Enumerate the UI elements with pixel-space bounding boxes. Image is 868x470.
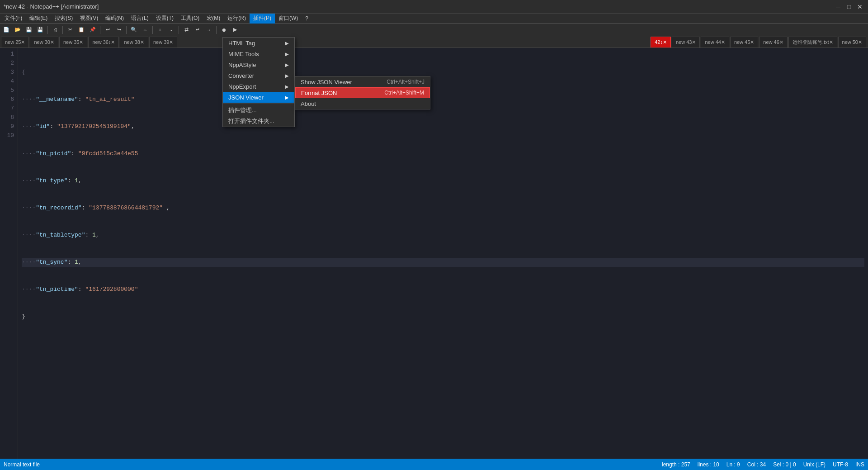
toolbar-save-all[interactable]: 💾 <box>35 25 46 35</box>
line-num-1: 1 <box>0 50 14 59</box>
code-line-5: ····"tn_type": 1, <box>22 176 864 185</box>
toolbar-sep-7 <box>216 26 217 34</box>
menu-file[interactable]: 文件(F) <box>1 14 26 24</box>
toolbar-open[interactable]: 📂 <box>12 25 23 35</box>
menu-tools[interactable]: 工具(O) <box>177 14 203 24</box>
line-numbers: 1 2 3 4 5 6 7 8 9 10 <box>0 48 18 459</box>
arrow-icon: ▶ <box>285 52 289 57</box>
close-button[interactable]: ✕ <box>855 2 864 11</box>
tab-label: new 36↕✕ <box>92 39 115 45</box>
toolbar-copy[interactable]: 📋 <box>76 25 87 35</box>
maximize-button[interactable]: □ <box>844 2 854 11</box>
title-text: *new 42 - Notepad++ [Administrator] <box>4 3 99 10</box>
line-num-9: 9 <box>0 122 14 131</box>
code-line-1: { <box>22 68 864 77</box>
menu-help[interactable]: ? <box>302 14 312 24</box>
toolbar-sep-3 <box>100 26 100 34</box>
toolbar-replace[interactable]: ↔ <box>140 25 151 35</box>
arrow-icon: ▶ <box>285 62 289 67</box>
tab-new36[interactable]: new 36↕✕ <box>88 37 119 47</box>
code-line-3: ····"id": "137792170254519910​4", <box>22 122 864 131</box>
tab-new39[interactable]: new 39✕ <box>149 37 177 47</box>
toolbar-redo[interactable]: ↪ <box>113 25 124 35</box>
json-viewer-show[interactable]: Show JSON Viewer Ctrl+Alt+Shift+J <box>295 76 430 87</box>
line-num-5: 5 <box>0 86 14 95</box>
menu-run[interactable]: 运行(R) <box>224 14 250 24</box>
toolbar-word-wrap[interactable]: ↵ <box>192 25 203 35</box>
tab-label: new 39✕ <box>153 39 173 45</box>
status-encoding: UTF-8 <box>833 461 848 468</box>
status-lines: lines : 10 <box>698 461 719 468</box>
plugin-menu-mime-tools[interactable]: MIME Tools ▶ <box>223 48 294 59</box>
json-viewer-format[interactable]: Format JSON Ctrl+Alt+Shift+M <box>295 87 430 98</box>
tab-new38[interactable]: new 38✕ <box>120 37 148 47</box>
json-viewer-show-shortcut: Ctrl+Alt+Shift+J <box>387 79 425 85</box>
json-viewer-about[interactable]: About <box>295 98 430 109</box>
plugin-menu-html-tag-label: HTML Tag <box>228 40 255 47</box>
menu-window[interactable]: 窗口(W) <box>275 14 302 24</box>
toolbar-macro-play[interactable]: ▶ <box>230 25 241 35</box>
arrow-icon: ▶ <box>285 84 289 89</box>
plugin-menu[interactable]: HTML Tag ▶ MIME Tools ▶ NppAStyle ▶ Conv… <box>222 37 295 127</box>
plugin-menu-npp-astyle[interactable]: NppAStyle ▶ <box>223 59 294 70</box>
tab-new44[interactable]: new 44✕ <box>701 37 729 47</box>
tab-new42-active[interactable]: 42↕✕ <box>651 37 671 47</box>
code-editor[interactable]: { ····"__metaname": "tn_ai_result" ····"… <box>18 48 868 459</box>
plugin-menu-json-viewer[interactable]: JSON Viewer ▶ <box>223 92 294 103</box>
tab-label: new 38✕ <box>124 39 144 45</box>
menu-language[interactable]: 语言(L) <box>127 14 152 24</box>
toolbar: 📄 📂 💾 💾 🖨 ✂ 📋 📌 ↩ ↪ 🔍 ↔ + - ⇄ ↵ → ⏺ ▶ <box>0 24 868 36</box>
plugin-menu-manager[interactable]: 插件管理... <box>223 105 294 116</box>
toolbar-cut[interactable]: ✂ <box>65 25 75 35</box>
toolbar-save[interactable]: 💾 <box>24 25 34 35</box>
tab-new45[interactable]: new 45✕ <box>730 37 758 47</box>
tab-new50[interactable]: new 50✕ <box>838 37 866 47</box>
minimize-button[interactable]: ─ <box>834 2 843 11</box>
plugin-menu-npp-astyle-label: NppAStyle <box>228 62 256 68</box>
json-viewer-show-label: Show JSON Viewer <box>301 79 352 85</box>
tab-new35[interactable]: new 35✕ <box>59 37 87 47</box>
toolbar-zoom-out[interactable]: - <box>166 25 177 35</box>
toolbar-undo[interactable]: ↩ <box>102 25 113 35</box>
toolbar-print[interactable]: 🖨 <box>50 25 61 35</box>
menu-macro[interactable]: 宏(M) <box>203 14 224 24</box>
toolbar-macro-rec[interactable]: ⏺ <box>218 25 229 35</box>
menu-settings[interactable]: 设置(T) <box>152 14 177 24</box>
toolbar-paste[interactable]: 📌 <box>87 25 98 35</box>
arrow-icon: ▶ <box>285 41 289 46</box>
toolbar-indent[interactable]: → <box>203 25 214 35</box>
toolbar-new[interactable]: 📄 <box>1 25 12 35</box>
json-viewer-submenu[interactable]: Show JSON Viewer Ctrl+Alt+Shift+J Format… <box>295 76 430 109</box>
menu-edit[interactable]: 编辑(E) <box>26 14 51 24</box>
tab-new46[interactable]: new 46✕ <box>759 37 787 47</box>
plugin-menu-open-folder[interactable]: 打开插件文件夹... <box>223 116 294 127</box>
code-line-8: ····"tn_sync": 1, <box>22 258 864 267</box>
line-num-7: 7 <box>0 104 14 113</box>
tab-new25[interactable]: new 25✕ <box>1 37 29 47</box>
line-num-3: 3 <box>0 68 14 77</box>
plugin-menu-manager-label: 插件管理... <box>228 106 257 114</box>
line-num-2: 2 <box>0 59 14 68</box>
menu-view[interactable]: 视图(V) <box>76 14 102 24</box>
plugin-menu-npp-export[interactable]: NppExport ▶ <box>223 81 294 92</box>
arrow-icon: ▶ <box>285 95 289 100</box>
code-line-4: ····"tn_picid": "9fcdd515c3e44e5​5 <box>22 149 864 158</box>
toolbar-find[interactable]: 🔍 <box>128 25 139 35</box>
menu-plugins[interactable]: 插件(P) <box>250 14 275 24</box>
menu-encoding[interactable]: 编码(N) <box>102 14 127 24</box>
arrow-icon: ▶ <box>285 73 289 78</box>
menu-search[interactable]: 搜索(S) <box>51 14 76 24</box>
toolbar-sep-2 <box>62 26 63 34</box>
toolbar-sync-scroll[interactable]: ⇄ <box>181 25 192 35</box>
tab-login-file[interactable]: 运维登陆账号.txt✕ <box>788 37 837 47</box>
toolbar-sep-5 <box>152 26 153 34</box>
tab-new30[interactable]: new 30✕ <box>30 37 58 47</box>
toolbar-zoom-in[interactable]: + <box>155 25 165 35</box>
tab-label: new 25✕ <box>5 39 25 45</box>
plugin-menu-open-folder-label: 打开插件文件夹... <box>228 117 274 125</box>
status-eol: Unix (LF) <box>803 461 826 468</box>
plugin-menu-converter[interactable]: Converter ▶ <box>223 70 294 81</box>
plugin-menu-html-tag[interactable]: HTML Tag ▶ <box>223 38 294 48</box>
status-sel: Sel : 0 | 0 <box>773 461 796 468</box>
tab-new43[interactable]: new 43✕ <box>672 37 700 47</box>
